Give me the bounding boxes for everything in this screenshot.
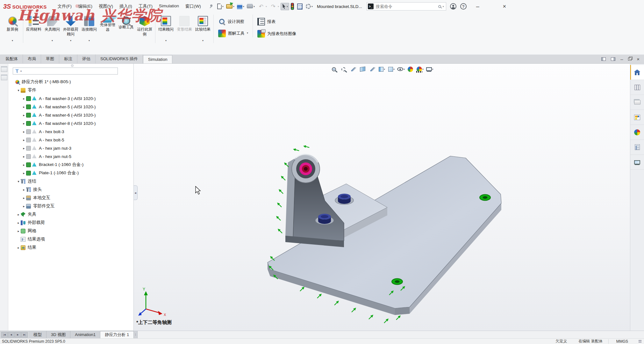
expander-icon[interactable]: ▸ xyxy=(22,196,26,200)
minimize-button[interactable]: – xyxy=(472,2,483,11)
expander-icon[interactable]: ▸ xyxy=(22,122,26,125)
tree-item-mesh[interactable]: ▸ 网格 xyxy=(9,227,133,235)
dynamic-section-icon[interactable] xyxy=(369,65,376,73)
expander-icon[interactable]: ▸ xyxy=(16,213,21,216)
deformed-result-button[interactable]: 变形结果 xyxy=(175,15,194,43)
zoom-to-area-icon[interactable] xyxy=(340,65,347,73)
tab-model[interactable]: 模型 xyxy=(29,331,47,338)
bracket-cylinder[interactable] xyxy=(292,154,320,183)
search-dropdown-icon[interactable]: ▾ xyxy=(443,5,444,8)
expander-icon[interactable]: ▸ xyxy=(22,188,26,191)
expander-icon[interactable]: ▸ xyxy=(22,130,26,133)
compare-results-button[interactable]: 比较结果 ▾ xyxy=(194,15,212,43)
fixtures-advisor-button[interactable]: 夹具顾问 ▾ xyxy=(43,15,61,43)
solidworks-resources-tab[interactable] xyxy=(630,155,644,170)
shell-manager-button[interactable]: 壳体管理器 xyxy=(98,15,117,43)
flyout-tree-pane-icon[interactable] xyxy=(1,75,7,80)
expander-icon[interactable]: ▸ xyxy=(16,221,21,225)
expander-icon[interactable]: ▸ xyxy=(22,155,26,158)
undo-button[interactable]: ↶ ▾ xyxy=(256,2,268,11)
pane-right-icon[interactable] xyxy=(611,57,615,61)
open-button[interactable]: ▾ xyxy=(225,4,235,9)
apply-scene-icon[interactable]: ▾ xyxy=(416,65,424,73)
graphics-viewport[interactable]: ◂ xyxy=(134,64,630,331)
quick-tips-icon[interactable] xyxy=(638,340,642,343)
zoom-to-fit-icon[interactable] xyxy=(330,65,338,73)
previous-view-icon[interactable] xyxy=(349,65,357,73)
filter-dropdown-icon[interactable]: ▾ xyxy=(20,70,22,73)
report-button[interactable]: 报表 xyxy=(257,18,298,25)
expander-icon[interactable]: ▸ xyxy=(16,229,21,233)
pane-left-icon[interactable] xyxy=(601,57,606,61)
prev-tab-button[interactable]: ◀ xyxy=(8,332,14,338)
tree-item-local-interactions[interactable]: ▸ 本地交互 xyxy=(9,194,133,202)
save-button[interactable]: ▾ xyxy=(236,3,245,10)
new-study-button[interactable]: 新算例 ▾ xyxy=(3,15,22,43)
tab-markup[interactable]: 标注 xyxy=(59,54,77,63)
tree-item-bracket-1[interactable]: ▸ Bracket-1 (-1060 合金-) xyxy=(9,161,133,169)
edit-appearance-icon[interactable] xyxy=(407,65,414,73)
view-palette-tab[interactable] xyxy=(630,110,644,125)
expander-icon[interactable]: ▾ xyxy=(16,89,21,92)
new-document-button[interactable]: ▾ xyxy=(216,3,225,10)
command-search[interactable]: >_ ▾ xyxy=(367,2,446,11)
next-tab-button[interactable]: ▶ xyxy=(15,332,21,338)
redo-button[interactable]: ↷ ▾ xyxy=(268,2,280,11)
tree-item-component-interactions[interactable]: ▸ 零部件交互 xyxy=(9,202,133,210)
tree-item-result-options[interactable]: 结果选项 xyxy=(9,235,133,243)
tab-split-icon[interactable]: ⁞ xyxy=(134,331,138,338)
close-button[interactable]: × xyxy=(499,2,510,11)
feature-tree-pane-icon[interactable] xyxy=(1,66,7,72)
section-view-icon[interactable] xyxy=(359,65,367,73)
tree-item-flat-washer-6[interactable]: ▸ A - flat washer-6 (-AISI 1020-) xyxy=(9,111,133,119)
expander-icon[interactable]: ▸ xyxy=(22,147,26,150)
file-explorer-tab[interactable] xyxy=(630,95,644,110)
expander-icon[interactable]: ▸ xyxy=(22,97,26,100)
minimize-doc-icon[interactable]: – xyxy=(620,56,623,62)
tab-static-study-1[interactable]: 静应力分析 1 xyxy=(100,331,134,338)
menu-window[interactable]: 窗口(W) xyxy=(183,2,204,11)
plot-tools-button[interactable]: 图解工具 ▾ xyxy=(218,30,248,37)
expander-icon[interactable]: ▸ xyxy=(16,246,21,249)
model-canvas[interactable]: Y X xyxy=(134,64,630,331)
diagnostic-tools-button[interactable]: 诊断工具 xyxy=(117,15,135,43)
expander-icon[interactable]: ▸ xyxy=(22,105,26,109)
tree-item-flat-washer-5[interactable]: ▸ A - flat washer-5 (-AISI 1020-) xyxy=(9,103,133,111)
tree-item-results[interactable]: ▸ 结果 xyxy=(9,243,133,252)
design-library-tab[interactable] xyxy=(630,80,644,95)
maximize-button[interactable] xyxy=(486,2,497,11)
restore-doc-icon[interactable] xyxy=(628,58,632,61)
connections-advisor-button[interactable]: 连接顾问 ▾ xyxy=(80,15,98,43)
expander-icon[interactable]: ▸ xyxy=(22,113,26,117)
design-insight-button[interactable]: 设计洞察 xyxy=(218,18,248,25)
external-loads-advisor-button[interactable]: 外部载荷顾问 ▾ xyxy=(61,15,80,43)
tree-item-plate-1[interactable]: ▸ Plate-1 (-1060 合金-) xyxy=(9,169,133,177)
tree-item-parts[interactable]: ▾ 零件 xyxy=(9,86,133,94)
expander-icon[interactable]: ▸ xyxy=(22,204,26,208)
options-list-button[interactable] xyxy=(296,3,304,10)
tree-item-fixtures[interactable]: ▸ 夹具 xyxy=(9,210,133,219)
hide-show-items-icon[interactable]: ▾ xyxy=(397,65,405,73)
tab-simulation[interactable]: Simulation xyxy=(143,55,173,63)
help-icon[interactable]: ? xyxy=(460,3,467,10)
menu-tools[interactable]: 工具(T) xyxy=(136,2,155,11)
tree-item-hex-bolt-5[interactable]: ▸ A - hex bolt-5 xyxy=(9,136,133,144)
last-tab-button[interactable]: ▶| xyxy=(21,332,28,338)
apply-material-button[interactable]: 应用材料 xyxy=(25,15,43,43)
menu-view[interactable]: 视图(V) xyxy=(96,2,116,11)
tab-assembly[interactable]: 装配体 xyxy=(1,54,23,63)
appearances-scenes-tab[interactable] xyxy=(630,125,644,140)
include-image-for-report-button[interactable]: 为报表包括图像 xyxy=(257,30,298,38)
custom-properties-tab[interactable] xyxy=(630,140,644,155)
first-tab-button[interactable]: |◀ xyxy=(1,332,8,338)
menu-edit[interactable]: 编辑(E) xyxy=(75,2,95,11)
tree-item-connections[interactable]: ▾ 连结 xyxy=(9,177,133,185)
tree-item-hex-bolt-3[interactable]: ▸ A - hex bolt-3 xyxy=(9,127,133,136)
fixture-hole-bottom[interactable] xyxy=(392,279,403,285)
search-input[interactable] xyxy=(375,4,437,9)
expander-icon[interactable]: ▸ xyxy=(22,163,26,167)
expander-icon[interactable]: ▾ xyxy=(16,180,21,183)
account-icon[interactable] xyxy=(450,3,456,10)
menu-insert[interactable]: 插入(I) xyxy=(117,2,135,11)
panel-handle[interactable] xyxy=(71,64,74,67)
